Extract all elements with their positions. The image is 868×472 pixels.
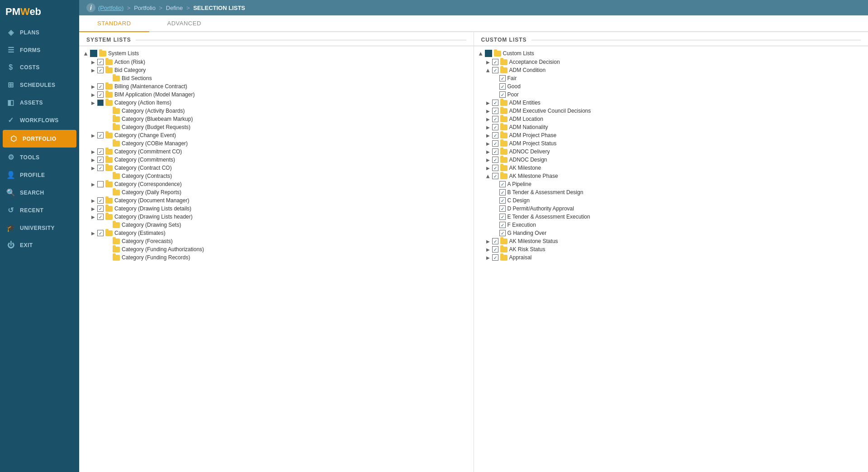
tree-item-c-ak-milestone[interactable]: AK Milestone — [474, 164, 868, 172]
tree-item-cat-contracts[interactable]: Category (Contracts) — [79, 172, 474, 180]
tree-item-cat-contract-co[interactable]: Category (Contract CO) — [79, 164, 474, 172]
info-icon[interactable]: i — [86, 3, 95, 12]
cb-c-fair[interactable] — [499, 75, 506, 81]
tree-item-c-g-handover[interactable]: G Handing Over — [474, 229, 868, 237]
tree-item-cat-drawing-header[interactable]: Category (Drawing Lists header) — [79, 213, 474, 221]
tree-item-c-f-execution[interactable]: F Execution — [474, 221, 868, 229]
tab-advanced[interactable]: ADVANCED — [149, 15, 219, 32]
cb-bim[interactable] — [97, 91, 104, 98]
cb-c-adm-project-phase[interactable] — [492, 132, 498, 138]
expand-btn-c-adm-project-status[interactable] — [485, 140, 491, 147]
expand-btn-cat-action[interactable] — [90, 100, 96, 106]
cb-c-adm-nationality[interactable] — [492, 124, 498, 130]
tree-item-bid-category[interactable]: Bid Category — [79, 66, 474, 74]
tree-item-c-adnoc-design[interactable]: ADNOC Design — [474, 156, 868, 164]
cb-cat-action[interactable] — [97, 100, 104, 106]
cb-cat-document-mgr[interactable] — [97, 197, 104, 204]
cb-c-root[interactable] — [485, 50, 492, 57]
sidebar-item-recent[interactable]: ↺RECENT — [0, 201, 79, 219]
tree-item-c-ak-milestone-status[interactable]: AK Milestone Status — [474, 237, 868, 245]
sidebar-item-tools[interactable]: ⚙TOOLS — [0, 148, 79, 166]
expand-btn-root[interactable] — [83, 50, 89, 57]
tree-item-c-adm-entities[interactable]: ADM Entities — [474, 99, 868, 107]
tree-item-bid-sections[interactable]: Bid Sections — [79, 74, 474, 82]
sidebar-item-workflows[interactable]: ✓WORKFLOWS — [0, 111, 79, 129]
expand-btn-cat-contract-co[interactable] — [90, 165, 96, 171]
cb-bid-category[interactable] — [97, 67, 104, 73]
cb-c-e-tender[interactable] — [499, 214, 506, 220]
expand-btn-c-ak-risk-status[interactable] — [485, 246, 491, 253]
cb-c-adnoc-delivery[interactable] — [492, 148, 498, 155]
expand-btn-cat-commitment-co[interactable] — [90, 148, 96, 155]
tree-item-cat-budget[interactable]: Category (Budget Requests) — [79, 123, 474, 131]
expand-btn-cat-correspondence[interactable] — [90, 181, 96, 187]
expand-btn-c-adm-exec[interactable] — [485, 108, 491, 114]
tree-item-cat-commitment-co[interactable]: Category (Commitment CO) — [79, 148, 474, 156]
tree-item-cat-cobie[interactable]: Category (COBie Manager) — [79, 139, 474, 148]
tree-item-c-adnoc-delivery[interactable]: ADNOC Delivery — [474, 148, 868, 156]
tree-item-c-appraisal[interactable]: Appraisal — [474, 253, 868, 262]
cb-c-good[interactable] — [499, 83, 506, 90]
cb-cat-estimates[interactable] — [97, 230, 104, 236]
cb-cat-drawing-header[interactable] — [97, 214, 104, 220]
cb-cat-commitment-co[interactable] — [97, 148, 104, 155]
cb-c-adm-entities[interactable] — [492, 100, 498, 106]
expand-btn-c-adnoc-design[interactable] — [485, 157, 491, 163]
tree-item-cat-estimates[interactable]: Category (Estimates) — [79, 229, 474, 237]
expand-btn-action-risk[interactable] — [90, 59, 96, 65]
expand-btn-c-adm-condition[interactable] — [485, 67, 491, 73]
expand-btn-c-adm-location[interactable] — [485, 116, 491, 122]
tree-item-cat-activity[interactable]: Category (Activity Boards) — [79, 107, 474, 115]
tree-item-c-b-tender[interactable]: B Tender & Assessment Design — [474, 188, 868, 196]
cb-c-g-handover[interactable] — [499, 230, 506, 236]
expand-btn-cat-estimates[interactable] — [90, 230, 96, 236]
expand-btn-cat-drawing-details[interactable] — [90, 205, 96, 212]
tree-item-c-e-tender[interactable]: E Tender & Assessment Execution — [474, 213, 868, 221]
sidebar-item-portfolio[interactable]: ⬡PORTFOLIO — [3, 130, 76, 148]
tree-item-c-root[interactable]: Custom Lists — [474, 49, 868, 58]
expand-btn-cat-document-mgr[interactable] — [90, 197, 96, 204]
tree-item-bim[interactable]: BIM Application (Model Manager) — [79, 91, 474, 99]
tree-item-c-good[interactable]: Good — [474, 82, 868, 91]
sidebar-item-profile[interactable]: 👤PROFILE — [0, 166, 79, 184]
expand-btn-c-ak-milestone-phase[interactable] — [485, 173, 491, 179]
cb-c-poor[interactable] — [499, 91, 506, 98]
tree-item-c-ak-milestone-phase[interactable]: AK Milestone Phase — [474, 172, 868, 180]
tree-item-cat-commitments[interactable]: Category (Commitments) — [79, 156, 474, 164]
tab-standard[interactable]: STANDARD — [79, 15, 149, 32]
expand-btn-bim[interactable] — [90, 91, 96, 98]
sidebar-item-exit[interactable]: ⏻EXIT — [0, 237, 79, 254]
tree-item-c-c-design[interactable]: C Design — [474, 196, 868, 205]
tree-item-cat-drawing-sets[interactable]: Category (Drawing Sets) — [79, 221, 474, 229]
cb-c-d-permit[interactable] — [499, 205, 506, 212]
tree-item-cat-daily[interactable]: Category (Daily Reports) — [79, 188, 474, 196]
cb-cat-commitments[interactable] — [97, 157, 104, 163]
cb-cat-drawing-details[interactable] — [97, 205, 104, 212]
expand-btn-billing[interactable] — [90, 83, 96, 90]
tree-item-c-adm-nationality[interactable]: ADM Nationality — [474, 123, 868, 131]
expand-btn-cat-commitments[interactable] — [90, 157, 96, 163]
expand-btn-c-ak-milestone-status[interactable] — [485, 238, 491, 244]
expand-btn-c-adm-entities[interactable] — [485, 100, 491, 106]
cb-root[interactable] — [90, 50, 97, 57]
sidebar-item-costs[interactable]: $COSTS — [0, 59, 79, 76]
tree-item-c-poor[interactable]: Poor — [474, 91, 868, 99]
tree-item-cat-correspondence[interactable]: Category (Correspondence) — [79, 180, 474, 188]
cb-billing[interactable] — [97, 83, 104, 90]
expand-btn-c-adm-nationality[interactable] — [485, 124, 491, 130]
cb-c-ak-milestone-phase[interactable] — [492, 173, 498, 179]
expand-btn-c-ak-milestone[interactable] — [485, 165, 491, 171]
expand-btn-c-adm-project-phase[interactable] — [485, 132, 491, 138]
tree-item-c-adm-project-status[interactable]: ADM Project Status — [474, 139, 868, 148]
cb-c-adm-location[interactable] — [492, 116, 498, 122]
cb-cat-correspondence[interactable] — [97, 181, 104, 187]
tree-item-cat-forecasts[interactable]: Category (Forecasts) — [79, 237, 474, 245]
sidebar-item-assets[interactable]: ◧ASSETS — [0, 94, 79, 111]
cb-c-ak-milestone[interactable] — [492, 165, 498, 171]
tree-item-c-adm-location[interactable]: ADM Location — [474, 115, 868, 123]
cb-c-acceptance[interactable] — [492, 59, 498, 65]
tree-item-cat-bluebeam[interactable]: Category (Bluebeam Markup) — [79, 115, 474, 123]
expand-btn-c-appraisal[interactable] — [485, 254, 491, 261]
tree-item-c-a-pipeline[interactable]: A Pipeline — [474, 180, 868, 188]
sidebar-item-university[interactable]: 🎓UNIVERSITY — [0, 219, 79, 237]
